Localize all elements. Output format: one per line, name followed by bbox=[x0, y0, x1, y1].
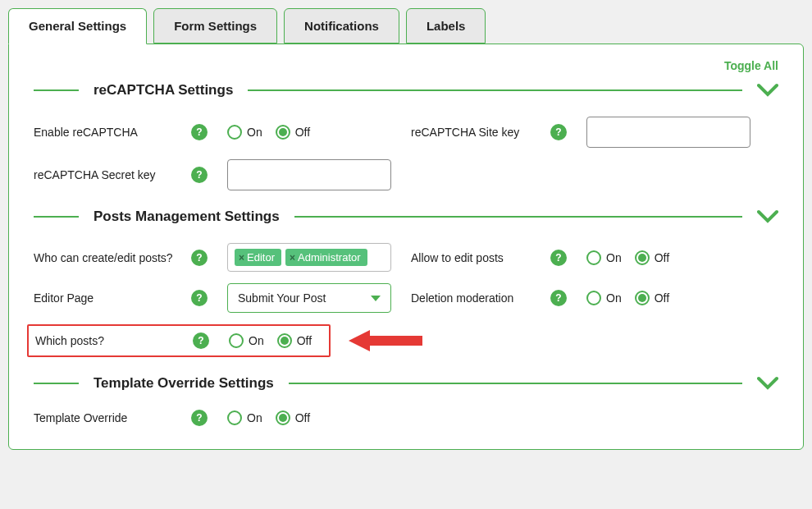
help-icon[interactable]: ? bbox=[191, 124, 208, 140]
tab-bar: General Settings Form Settings Notificat… bbox=[8, 8, 804, 44]
divider bbox=[248, 89, 742, 91]
remove-icon[interactable]: × bbox=[239, 252, 244, 264]
radio-on[interactable] bbox=[586, 250, 601, 265]
help-icon[interactable]: ? bbox=[191, 250, 208, 266]
radio-on[interactable] bbox=[227, 410, 242, 425]
editor-page-label: Editor Page bbox=[34, 291, 191, 305]
chevron-down-icon[interactable] bbox=[757, 209, 778, 224]
tab-form[interactable]: Form Settings bbox=[153, 8, 277, 44]
divider bbox=[34, 216, 79, 218]
radio-off[interactable] bbox=[277, 333, 292, 348]
settings-panel: Toggle All reCAPTCHA Settings Enable reC… bbox=[8, 44, 804, 450]
radio-off[interactable] bbox=[635, 250, 650, 265]
section-title: Template Override Settings bbox=[94, 375, 274, 392]
section-recaptcha: reCAPTCHA Settings Enable reCAPTCHA ? On… bbox=[34, 82, 778, 190]
tab-general[interactable]: General Settings bbox=[8, 8, 147, 44]
enable-recaptcha-label: Enable reCAPTCHA bbox=[34, 126, 191, 139]
tab-notifications[interactable]: Notifications bbox=[284, 8, 399, 44]
divider bbox=[289, 383, 742, 384]
toggle-all-button[interactable]: Toggle All bbox=[724, 59, 778, 72]
site-key-input[interactable] bbox=[586, 117, 750, 148]
caret-down-icon bbox=[371, 296, 381, 301]
radio-on[interactable] bbox=[586, 291, 601, 305]
help-icon[interactable]: ? bbox=[550, 250, 567, 266]
roles-multiselect[interactable]: × Editor × Administrator bbox=[227, 243, 391, 272]
editor-page-select[interactable]: Submit Your Post bbox=[227, 283, 391, 313]
divider bbox=[294, 216, 742, 218]
section-posts: Posts Management Settings Who can create… bbox=[34, 209, 778, 357]
template-override-radio[interactable]: On Off bbox=[227, 410, 318, 425]
divider bbox=[34, 89, 79, 91]
deletion-label: Deletion moderation bbox=[411, 291, 550, 305]
help-icon[interactable]: ? bbox=[191, 410, 208, 426]
secret-key-label: reCAPTCHA Secret key bbox=[34, 168, 191, 181]
highlighted-setting: Which posts? ? On Off bbox=[27, 324, 331, 357]
radio-on[interactable] bbox=[229, 333, 244, 348]
site-key-label: reCAPTCHA Site key bbox=[411, 126, 550, 139]
which-posts-label: Which posts? bbox=[35, 334, 193, 347]
section-template: Template Override Settings Template Over… bbox=[34, 375, 778, 426]
remove-icon[interactable]: × bbox=[290, 252, 295, 264]
section-title: reCAPTCHA Settings bbox=[94, 82, 233, 99]
help-icon[interactable]: ? bbox=[191, 167, 208, 183]
tab-labels[interactable]: Labels bbox=[406, 8, 486, 44]
section-title: Posts Management Settings bbox=[94, 209, 280, 225]
radio-off[interactable] bbox=[635, 291, 650, 305]
svg-marker-0 bbox=[349, 330, 422, 351]
template-override-label: Template Override bbox=[34, 411, 191, 424]
help-icon[interactable]: ? bbox=[550, 124, 567, 140]
help-icon[interactable]: ? bbox=[550, 290, 567, 306]
chevron-down-icon[interactable] bbox=[757, 376, 778, 391]
role-pill-editor: × Editor bbox=[235, 249, 281, 266]
deletion-radio[interactable]: On Off bbox=[586, 291, 677, 305]
divider bbox=[34, 383, 79, 384]
annotation-arrow-icon bbox=[349, 327, 422, 355]
role-pill-administrator: × Administrator bbox=[285, 249, 367, 266]
help-icon[interactable]: ? bbox=[193, 332, 209, 349]
radio-off[interactable] bbox=[276, 410, 290, 425]
allow-edit-radio[interactable]: On Off bbox=[586, 250, 677, 265]
radio-off[interactable] bbox=[276, 125, 290, 140]
radio-on[interactable] bbox=[227, 125, 242, 140]
allow-edit-label: Allow to edit posts bbox=[411, 251, 550, 264]
enable-recaptcha-radio[interactable]: On Off bbox=[227, 125, 318, 140]
chevron-down-icon[interactable] bbox=[757, 83, 778, 98]
secret-key-input[interactable] bbox=[227, 159, 391, 190]
which-posts-radio[interactable]: On Off bbox=[229, 333, 320, 348]
help-icon[interactable]: ? bbox=[191, 290, 208, 306]
who-create-label: Who can create/edit posts? bbox=[34, 251, 191, 264]
